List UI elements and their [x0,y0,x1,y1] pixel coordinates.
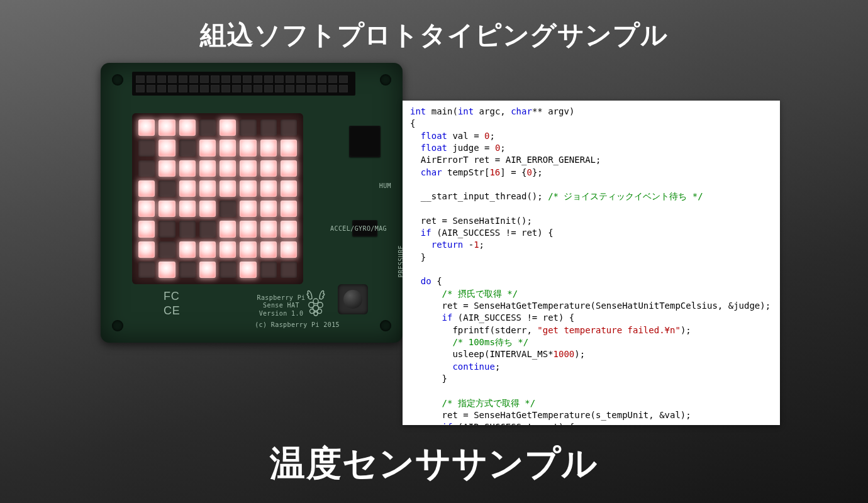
code-text: { [410,118,415,128]
mount-hole [380,74,391,86]
led-on [199,262,216,278]
code-text: val = [447,131,484,141]
led-off [138,262,155,278]
code-text [410,240,431,250]
code-text: main( [426,106,458,116]
code-text [410,167,421,177]
code-text [410,289,442,299]
gpio-pin [168,85,177,92]
led-off [220,262,236,278]
gpio-pin [179,85,187,92]
code-kw: if [442,312,453,323]
led-on [281,201,297,217]
led-on [138,119,155,136]
code-text: ret = SenseHatGetTemperature(s_tempUnit,… [410,410,691,420]
code-cmt: /* 指定方式で取得 */ [442,398,536,408]
code-kw: if [421,228,431,238]
gpio-pin [221,85,230,92]
code-text: AirErrorT ret = AIR_ERROR_GENERAL; [410,155,601,165]
led-on [159,262,175,278]
led-on [240,160,256,177]
led-on [260,201,277,217]
led-on [281,180,297,197]
code-text [410,398,442,408]
code-text [410,362,452,372]
gpio-pin [189,75,198,83]
gpio-pin [318,75,326,83]
svg-point-4 [310,309,314,314]
code-text [410,422,442,425]
code-kw: float [421,131,447,141]
code-kw: int [458,106,474,116]
code-kw: continue [452,362,494,372]
gpio-pin [264,85,273,92]
led-on [240,140,256,156]
silkscreen-copyright: (c) Raspberry Pi 2015 [255,321,340,329]
code-text: (AIR_SUCCESS != ret) { [452,422,574,425]
gpio-pin [157,75,166,83]
code-text: - [463,240,474,250]
gpio-pin [243,85,252,92]
led-on [281,221,297,237]
code-text: tempStr[ [442,167,490,177]
gpio-pin [211,75,220,83]
code-kw: do [421,276,431,286]
gpio-pin [179,75,187,83]
code-text [410,312,442,323]
led-on [138,180,155,197]
gpio-pin [328,75,337,83]
code-text [410,276,421,286]
code-cmt: /* 摂氏で取得 */ [442,289,518,299]
gpio-pin [243,75,252,83]
code-text: usleep(INTERVAL_MS* [410,349,554,359]
led-matrix [132,113,303,284]
led-off [159,221,175,237]
silkscreen-pressure: PRESSURE [398,245,403,277]
led-on [199,160,216,177]
led-off [281,119,297,136]
gpio-pin [189,85,198,92]
gpio-pin [200,75,209,83]
led-on [179,119,196,136]
code-kw: float [421,143,447,153]
led-on [179,160,196,177]
code-text: }; [532,167,543,177]
led-on [159,119,175,136]
gpio-pin [296,85,305,92]
code-text: ); [681,325,691,335]
gpio-pin [286,85,294,92]
code-text: __start_input_thread(); [410,191,548,201]
led-off [240,119,256,136]
led-on [179,180,196,197]
led-on [220,180,236,197]
led-off [179,221,196,237]
silkscreen-humidity: HUM [379,182,391,191]
code-text: ret = SenseHatInit(); [410,216,532,226]
code-cmt: /* 100ms待ち */ [452,337,528,347]
gpio-pin [147,85,155,92]
led-on [260,160,277,177]
gpio-pin [232,75,241,83]
led-on [240,262,256,278]
led-off [179,140,196,156]
code-num: 0 [526,167,531,177]
mount-hole [112,320,123,331]
gpio-pin [136,75,145,83]
code-text: judge = [447,143,495,153]
led-on [179,201,196,217]
led-off [179,262,196,278]
gpio-pin [275,85,284,92]
gpio-pin [307,85,316,92]
led-off [159,180,175,197]
cert-marks: FC CE [164,289,180,318]
led-on [199,201,216,217]
led-off [159,241,175,258]
code-text: ; [500,143,505,153]
led-on [220,221,236,237]
code-kw: char [511,106,532,116]
code-text: ** argv) [532,106,574,116]
code-text: ; [489,131,494,141]
led-off [138,160,155,177]
gpio-pin [157,85,166,92]
code-kw: char [421,167,442,177]
